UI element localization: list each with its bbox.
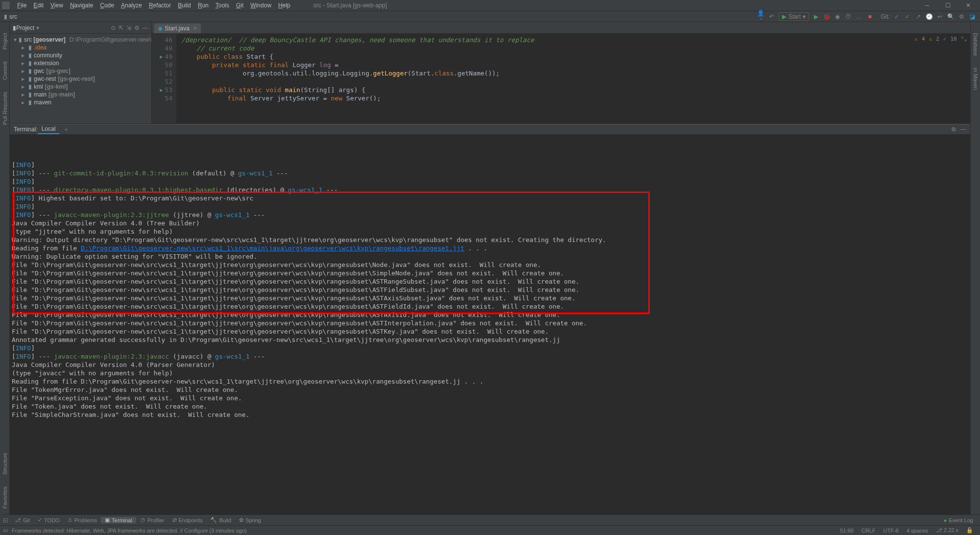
run-configuration-selector[interactable]: ▶ Start ▾ (779, 12, 809, 21)
tree-item[interactable]: ▸▮maven (10, 98, 151, 106)
terminal-line: File "D:\Program\Git\geoserver-new\src\w… (12, 319, 968, 327)
tree-root[interactable]: ▾▮ src [geoserver] D:\Program\Git\geoser… (10, 36, 151, 44)
tree-item[interactable]: ▸▮extension (10, 59, 151, 67)
chevron-up-down-icon[interactable]: ⌃⌄ (961, 36, 967, 42)
database-tool-tab[interactable]: Database (973, 33, 979, 56)
caret-position[interactable]: 51:80 (836, 528, 858, 534)
close-button[interactable]: ✕ (958, 0, 978, 10)
tree-item[interactable]: ▸▮kml [gs-kml] (10, 83, 151, 91)
expand-all-icon[interactable]: ⇱ (119, 24, 123, 31)
close-tab-icon[interactable]: × (194, 25, 197, 32)
breadcrumb-item[interactable]: src (9, 13, 17, 20)
status-message[interactable]: Frameworks detected: Hibernate, Web, JPA… (8, 528, 251, 534)
project-header: ▮ Project ▾ ⊙ ⇱ ⇲ ⚙ — (10, 22, 151, 34)
maximize-button[interactable]: ☐ (938, 0, 957, 10)
terminal-line: File "D:\Program\Git\geoserver-new\src\w… (12, 286, 968, 294)
menu-file[interactable]: File (14, 2, 30, 9)
file-encoding[interactable]: UTF-8 (880, 528, 903, 534)
project-tree[interactable]: ▾▮ src [geoserver] D:\Program\Git\geoser… (10, 34, 151, 123)
stop-button[interactable]: ■ (866, 13, 874, 20)
vcs-history-icon[interactable]: 🕘 (925, 13, 933, 20)
settings-icon[interactable]: ⚙ (957, 13, 965, 20)
collapse-all-icon[interactable]: ⇲ (126, 24, 131, 31)
profile-button[interactable]: ⏱ (844, 13, 852, 20)
terminal-line: File "D:\Program\Git\geoserver-new\src\w… (12, 327, 968, 336)
minimize-button[interactable]: ─ (917, 0, 937, 10)
editor-tab[interactable]: ◉ Start.java × (154, 24, 201, 33)
terminal-line: Warning: Duplicate option setting for "V… (12, 252, 968, 261)
tool-window-quick-access-icon[interactable]: ◱ (3, 517, 8, 523)
event-log-button[interactable]: ● Event Log (940, 517, 977, 523)
terminal-line: Reading from file D:\Program\Git\geoserv… (12, 377, 968, 386)
new-terminal-button[interactable]: ＋ (63, 125, 69, 134)
lock-icon[interactable]: 🔓 (962, 527, 977, 534)
ide-features-icon[interactable]: ◪ (968, 13, 976, 20)
terminal-line: [INFO] (12, 161, 968, 169)
terminal-line: [INFO] --- javacc-maven-plugin:2.3:jjtre… (12, 211, 968, 219)
status-bar: ▭ Frameworks detected: Hibernate, Web, J… (0, 525, 980, 535)
line-separator[interactable]: CRLF (858, 528, 880, 534)
add-user-icon[interactable]: 👤⁺ (757, 10, 765, 24)
project-tool-tab[interactable]: Project (2, 33, 8, 49)
menu-code[interactable]: Code (97, 2, 118, 9)
maven-tool-tab[interactable]: m Maven (973, 68, 979, 90)
terminal-output[interactable]: [INFO] [INFO] --- git-commit-id-plugin:4… (10, 135, 970, 514)
menu-view[interactable]: View (47, 2, 67, 9)
terminal-tab-local[interactable]: Local (38, 124, 60, 134)
tree-item[interactable]: ▸▮main [gs-main] (10, 91, 151, 98)
menu-navigate[interactable]: Navigate (67, 2, 97, 9)
coverage-button[interactable]: ◉ (833, 13, 841, 20)
vcs-commit-icon[interactable]: ✓ (904, 13, 911, 20)
commit-tool-tab[interactable]: Commit (2, 61, 8, 80)
code-content[interactable]: /deprecation/ // deep BouncyCastle API c… (176, 34, 970, 123)
hide-icon[interactable]: — (143, 24, 148, 31)
menu-refactor[interactable]: Refactor (146, 2, 174, 9)
menu-help[interactable]: Help (275, 2, 294, 9)
code-editor[interactable]: 4648▶ 49505152▶ 5354 /deprecation/ // de… (152, 34, 970, 123)
back-arrow-icon[interactable]: ↶ (768, 13, 776, 20)
bottom-tab-terminal[interactable]: ▣Terminal (101, 517, 136, 523)
dropdown-icon[interactable]: ▾ (36, 24, 39, 31)
vcs-rollback-icon[interactable]: ↩ (936, 13, 944, 20)
gear-icon[interactable]: ⚙ (951, 126, 956, 133)
bottom-tab-build[interactable]: 🔨Build (206, 517, 235, 523)
bottom-tab-endpoints[interactable]: ⇄Endpoints (169, 517, 207, 523)
attach-button[interactable]: … (855, 13, 863, 20)
menu-tools[interactable]: Tools (212, 2, 233, 9)
bottom-tab-problems[interactable]: ⚠Problems (64, 517, 101, 523)
terminal-line: File "Token.java" does not exist. Will c… (12, 402, 968, 411)
menu-run[interactable]: Run (195, 2, 212, 9)
tree-item[interactable]: ▸▮.idea (10, 44, 151, 51)
debug-button[interactable]: 🐞 (823, 13, 831, 20)
vcs-push-icon[interactable]: ↗ (914, 13, 922, 20)
pull-requests-tool-tab[interactable]: Pull Requests (2, 92, 8, 125)
favorites-tool-tab[interactable]: Favorites (2, 486, 8, 509)
typo-icon: ✓ (943, 36, 947, 42)
navigation-bar: ▮ src 👤⁺ ↶ ▶ Start ▾ ▶ 🐞 ◉ ⏱ … ■ Git: ✓ … (0, 11, 980, 22)
git-branch[interactable]: ⎇ 2.22.x (932, 527, 962, 534)
tree-item[interactable]: ▸▮gwc-rest [gs-gwc-rest] (10, 75, 151, 83)
run-button[interactable]: ▶ (812, 13, 820, 20)
dropdown-icon: ▾ (803, 13, 806, 20)
menu-edit[interactable]: Edit (30, 2, 47, 9)
indent-widget[interactable]: 4 spaces (903, 528, 932, 534)
tree-item[interactable]: ▸▮gwc [gs-gwc] (10, 67, 151, 75)
inspection-widget[interactable]: ⚠4 ⚠2 ✓10 ⌃⌄ (912, 36, 969, 42)
vcs-update-icon[interactable]: ✓ (893, 13, 901, 20)
bottom-tab-todo[interactable]: ✓TODO (34, 517, 64, 523)
menu-git[interactable]: Git (233, 2, 247, 9)
bottom-tab-spring[interactable]: ✿Spring (235, 517, 265, 523)
hide-icon[interactable]: — (960, 126, 966, 133)
structure-tool-tab[interactable]: Structure (2, 453, 8, 475)
bottom-tab-git[interactable]: ⎇Git (11, 517, 34, 523)
search-everywhere-icon[interactable]: 🔍 (947, 13, 955, 20)
terminal-tool-window: Terminal: Local ＋ ⚙ — [INFO] [INFO] --- … (10, 124, 970, 514)
gear-icon[interactable]: ⚙ (134, 24, 140, 31)
select-opened-file-icon[interactable]: ⊙ (111, 24, 116, 31)
bottom-tab-profiler[interactable]: ⏱Profiler (136, 517, 169, 523)
menu-window[interactable]: Window (247, 2, 275, 9)
terminal-line: File "ParseException.java" does not exis… (12, 394, 968, 402)
tree-item[interactable]: ▸▮community (10, 51, 151, 59)
menu-build[interactable]: Build (174, 2, 195, 9)
menu-analyze[interactable]: Analyze (118, 2, 146, 9)
